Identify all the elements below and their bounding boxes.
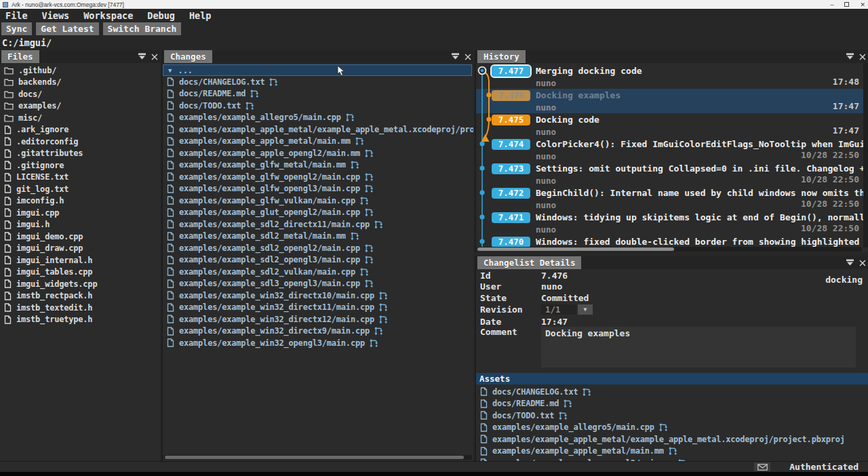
history-entry[interactable]: 7.472BeginChild(): Internal name used by… bbox=[476, 186, 863, 211]
get-latest-button[interactable]: Get Latest bbox=[36, 22, 98, 35]
file-tree-item[interactable]: git_log.txt bbox=[0, 183, 160, 195]
chevron-down-icon[interactable]: ▼ bbox=[168, 67, 172, 74]
changed-file-item[interactable]: examples/example_apple_opengl2/main.mm bbox=[163, 147, 473, 159]
file-tree-item[interactable]: imgui_tables.cpp bbox=[0, 266, 160, 279]
changed-file-item[interactable]: docs/README.md bbox=[163, 88, 473, 100]
file-tree-item[interactable]: imgui_draw.cpp bbox=[0, 243, 160, 255]
close-icon[interactable] bbox=[151, 54, 158, 60]
menu-file[interactable]: File bbox=[5, 10, 28, 21]
close-icon[interactable] bbox=[859, 260, 866, 266]
changed-file-item[interactable]: examples/example_allegro5/main.cpp bbox=[163, 112, 473, 124]
history-entry[interactable]: 7.475Docking codenuno17:47 bbox=[476, 113, 863, 138]
changed-file-item[interactable]: examples/example_sdl2_vulkan/main.cpp bbox=[163, 266, 473, 278]
changes-root-row[interactable]: ▼ ... bbox=[163, 64, 472, 76]
file-tree-item[interactable]: docs/ bbox=[0, 88, 160, 100]
menu-help[interactable]: Help bbox=[189, 10, 212, 21]
file-tree-item[interactable]: .editorconfig bbox=[0, 136, 160, 148]
sync-button[interactable]: Sync bbox=[1, 22, 32, 35]
asset-item[interactable]: examples/example_apple_metal/example_app… bbox=[476, 433, 868, 445]
assets-header[interactable]: Assets bbox=[476, 373, 868, 384]
menu-workspace[interactable]: Workspace bbox=[83, 10, 133, 21]
changed-file-item[interactable]: examples/example_apple_metal/example_app… bbox=[163, 123, 473, 136]
changed-file-item[interactable]: examples/example_sdl2_opengl2/main.cpp bbox=[163, 242, 473, 254]
revision-badge[interactable]: 7.472 bbox=[492, 188, 530, 199]
revision-dropdown-button[interactable]: ▼ bbox=[578, 304, 593, 315]
history-hscrollbar[interactable] bbox=[477, 247, 862, 252]
history-vscrollbar[interactable] bbox=[863, 63, 868, 247]
menu-views[interactable]: Views bbox=[42, 10, 70, 21]
file-tree-item[interactable]: .gitignore bbox=[0, 159, 160, 172]
history-hscrollbar-thumb[interactable] bbox=[477, 247, 674, 251]
file-tree-item[interactable]: .github/ bbox=[0, 64, 160, 77]
history-entry[interactable]: 7.474ColorPicker4(): Fixed ImGuiColorEdi… bbox=[476, 138, 863, 162]
changed-file-item[interactable]: examples/example_sdl3_opengl3/main.cpp bbox=[163, 278, 473, 290]
close-icon[interactable] bbox=[465, 54, 471, 60]
close-icon[interactable] bbox=[859, 54, 866, 60]
history-entry[interactable]: 7.473Settings: omit outputing Collapsed=… bbox=[476, 162, 863, 186]
revision-badge[interactable]: 7.470 bbox=[492, 237, 530, 247]
changed-file-item[interactable]: docs/TODO.txt bbox=[163, 100, 473, 112]
file-tree-item[interactable]: imstb_rectpack.h bbox=[0, 290, 160, 302]
file-tree-item[interactable]: imstb_textedit.h bbox=[0, 302, 160, 314]
file-tree-item[interactable]: imgui.h bbox=[0, 219, 160, 231]
tab-changelist-details[interactable]: Changelist Details bbox=[477, 256, 581, 269]
maximize-icon[interactable] bbox=[844, 2, 849, 7]
file-tree-item[interactable]: backends/ bbox=[0, 77, 160, 89]
changed-file-item[interactable]: examples/example_sdl2_metal/main.mm bbox=[163, 231, 473, 243]
history-entry[interactable]: 7.471Windows: tidying up skipitems logic… bbox=[476, 211, 863, 235]
revision-badge[interactable]: 7.476 bbox=[492, 90, 530, 101]
changed-file-item[interactable]: examples/example_glfw_metal/main.mm bbox=[163, 159, 473, 172]
changed-file-item[interactable]: examples/example_glut_opengl2/main.cpp bbox=[163, 207, 473, 219]
changed-file-item[interactable]: examples/example_glfw_opengl2/main.cpp bbox=[163, 171, 473, 183]
filter-icon[interactable] bbox=[846, 259, 854, 266]
file-tree-item[interactable]: misc/ bbox=[0, 112, 160, 124]
changed-file-item[interactable]: examples/example_glfw_vulkan/main.cpp bbox=[163, 195, 473, 207]
menu-debug[interactable]: Debug bbox=[147, 10, 175, 21]
changes-hscrollbar-thumb[interactable] bbox=[165, 456, 464, 459]
file-tree-item[interactable]: examples/ bbox=[0, 100, 160, 113]
changed-file-item[interactable]: examples/example_win32_opengl3/main.cpp bbox=[163, 337, 473, 349]
filter-icon[interactable] bbox=[846, 53, 854, 60]
file-tree-item[interactable]: .gitattributes bbox=[0, 148, 160, 160]
changed-file-item[interactable]: examples/example_win32_directx10/main.cp… bbox=[163, 290, 473, 302]
revision-badge[interactable]: 7.474 bbox=[492, 139, 530, 150]
changed-file-item[interactable]: examples/example_apple_metal/main.mm bbox=[163, 136, 473, 148]
file-tree-item[interactable]: imconfig.h bbox=[0, 195, 160, 207]
revision-badge[interactable]: 7.473 bbox=[492, 163, 530, 174]
changed-file-item[interactable]: examples/example_win32_directx9/main.cpp bbox=[163, 325, 473, 338]
minimize-icon[interactable]: – bbox=[830, 1, 833, 8]
history-entry[interactable]: 7.470Windows: fixed double-clicked borde… bbox=[476, 235, 863, 247]
asset-item[interactable]: docs/README.md bbox=[476, 398, 868, 410]
revision-badge[interactable]: 7.477 bbox=[492, 66, 530, 77]
changes-hscrollbar[interactable] bbox=[163, 455, 472, 460]
file-tree-item[interactable]: imgui_internal.h bbox=[0, 254, 160, 266]
asset-item[interactable]: examples/example_apple_metal/main.mm bbox=[476, 445, 868, 458]
asset-item[interactable]: docs/CHANGELOG.txt bbox=[476, 386, 868, 398]
file-tree-item[interactable]: imgui_demo.cpp bbox=[0, 231, 160, 243]
file-tree-item[interactable]: imgui.cpp bbox=[0, 207, 160, 219]
revision-badge[interactable]: 7.475 bbox=[492, 115, 530, 125]
file-tree-item[interactable]: imgui_widgets.cpp bbox=[0, 278, 160, 290]
filter-icon[interactable] bbox=[451, 53, 460, 60]
tab-history[interactable]: History bbox=[477, 50, 526, 63]
changed-file-item[interactable]: examples/example_glfw_opengl3/main.cpp bbox=[163, 183, 473, 195]
changed-file-item[interactable]: examples/example_sdl2_directx11/main.cpp bbox=[163, 218, 473, 231]
file-tree-item[interactable]: imstb_truetype.h bbox=[0, 314, 160, 326]
asset-item[interactable]: docs/TODO.txt bbox=[476, 410, 868, 422]
switch-branch-button[interactable]: Switch Branch bbox=[103, 22, 182, 35]
mail-icon[interactable] bbox=[754, 462, 770, 471]
changed-file-item[interactable]: examples/example_sdl2_opengl3/main.cpp bbox=[163, 254, 473, 266]
file-tree-item[interactable]: .ark_ignore bbox=[0, 124, 160, 136]
history-entry[interactable]: 7.476Docking examplesnuno17:47 bbox=[476, 89, 863, 113]
revision-badge[interactable]: 7.471 bbox=[492, 212, 530, 223]
filter-icon[interactable] bbox=[138, 53, 146, 60]
asset-item[interactable]: examples/example_allegro5/main.cpp bbox=[476, 422, 868, 434]
tab-files[interactable]: Files bbox=[1, 50, 39, 63]
tab-changes[interactable]: Changes bbox=[164, 50, 212, 63]
comment-box[interactable]: Docking examples bbox=[541, 327, 856, 368]
close-icon[interactable]: ✕ bbox=[860, 1, 865, 8]
history-entry[interactable]: 7.477Merging docking codenuno17:48 bbox=[476, 64, 863, 89]
file-tree-item[interactable]: LICENSE.txt bbox=[0, 172, 160, 184]
changed-file-item[interactable]: examples/example_win32_directx12/main.cp… bbox=[163, 313, 473, 325]
changed-file-item[interactable]: docs/CHANGELOG.txt bbox=[163, 76, 473, 88]
